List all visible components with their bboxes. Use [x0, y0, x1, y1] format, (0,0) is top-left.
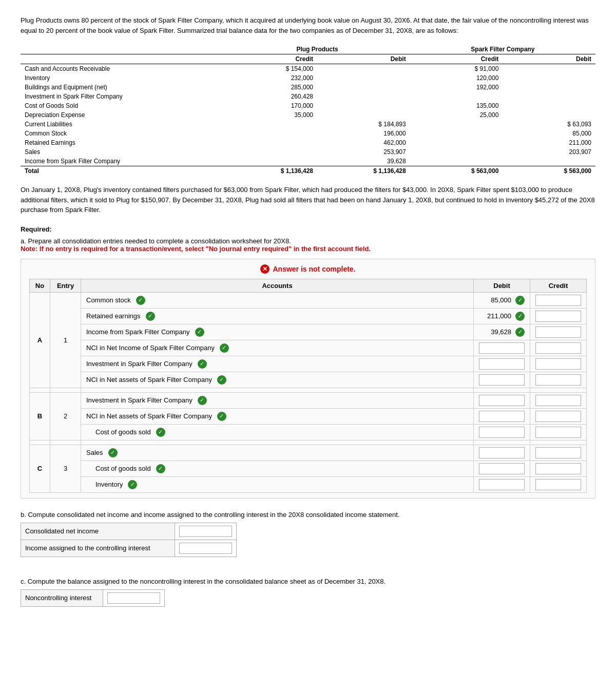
trial-row: Retained Earnings 462,000 211,000 — [21, 138, 595, 147]
accounts-cell: Inventory ✓ — [81, 476, 474, 492]
debit-cell[interactable]: 211,000 ✓ — [474, 308, 530, 324]
accounts-cell: NCI in Net Income of Spark Filter Compan… — [81, 340, 474, 356]
trial-row: Total $ 1,136,428 $ 1,136,428 $ 563,000 … — [21, 166, 595, 176]
part-b-input[interactable] — [179, 543, 232, 554]
credit-cell[interactable] — [530, 324, 587, 340]
credit-cell[interactable] — [530, 308, 587, 324]
credit-cell[interactable] — [530, 372, 587, 388]
trial-row: Sales 253,907 203,907 — [21, 147, 595, 157]
col-accounts: Accounts — [81, 279, 474, 292]
part-b-row: Consolidated net income — [21, 523, 237, 540]
check-icon: ✓ — [220, 343, 229, 353]
part-c-value[interactable] — [103, 589, 165, 606]
trial-row: Cost of Goods Sold 170,000 135,000 — [21, 101, 595, 110]
debit-cell[interactable] — [474, 445, 530, 460]
check-icon: ✓ — [195, 328, 204, 337]
debit-input[interactable] — [479, 463, 525, 474]
consol-row: Cost of goods sold ✓ — [30, 460, 587, 476]
credit-cell[interactable] — [530, 460, 587, 476]
consol-row: Income from Spark Filter Company ✓ 39,62… — [30, 324, 587, 340]
debit-cell[interactable] — [474, 408, 530, 424]
check-icon: ✓ — [136, 296, 145, 305]
credit-input[interactable] — [535, 374, 581, 386]
credit-input[interactable] — [535, 411, 581, 422]
credit-input[interactable] — [535, 311, 581, 322]
required-label: Required: — [21, 225, 595, 233]
trial-row: Buildings and Equipment (net) 285,000 19… — [21, 83, 595, 92]
debit-cell[interactable] — [474, 392, 530, 408]
credit-input[interactable] — [535, 327, 581, 338]
account-name: NCI in Net assets of Spark Filter Compan… — [86, 376, 212, 383]
debit-input[interactable] — [479, 342, 525, 354]
debit-input[interactable] — [479, 447, 525, 458]
consol-row: Cost of goods sold ✓ — [30, 424, 587, 440]
account-name: Income from Spark Filter Company — [86, 328, 190, 336]
trial-row: Depreciation Expense 35,000 25,000 — [21, 110, 595, 120]
debit-value: 211,000 ✓ — [479, 312, 525, 321]
credit-input[interactable] — [535, 479, 581, 490]
accounts-cell: Cost of goods sold ✓ — [81, 424, 474, 440]
debit-input[interactable] — [479, 358, 525, 370]
consolidation-table: No Entry Accounts Debit Credit A 1 Commo… — [29, 279, 587, 493]
credit-cell[interactable] — [530, 476, 587, 492]
part-b-input[interactable] — [179, 526, 232, 537]
debit-cell[interactable] — [474, 424, 530, 440]
debit-cell[interactable]: 39,628 ✓ — [474, 324, 530, 340]
debit-input[interactable] — [479, 427, 525, 438]
credit-cell[interactable] — [530, 424, 587, 440]
debit-cell[interactable] — [474, 356, 530, 372]
debit-input[interactable] — [479, 479, 525, 490]
debit-cell[interactable] — [474, 476, 530, 492]
consol-row: NCI in Net Income of Spark Filter Compan… — [30, 340, 587, 356]
col-entry: Entry — [50, 279, 81, 292]
debit-cell[interactable] — [474, 340, 530, 356]
trial-row: Current Liabilities $ 184,893 $ 63,093 — [21, 120, 595, 129]
trial-row: Common Stock 196,000 85,000 — [21, 129, 595, 138]
credit-cell[interactable] — [530, 445, 587, 460]
debit-input[interactable] — [479, 395, 525, 406]
check-icon: ✓ — [108, 448, 118, 457]
check-icon: ✓ — [146, 312, 155, 321]
debit-input[interactable] — [479, 411, 525, 422]
credit-input[interactable] — [535, 358, 581, 370]
consol-row: B 2 Investment in Spark Filter Company ✓ — [30, 392, 587, 408]
debit-cell[interactable] — [474, 372, 530, 388]
part-c-label: Noncontrolling interest — [21, 589, 103, 606]
debit-cell[interactable] — [474, 460, 530, 476]
entry-no: C — [30, 445, 50, 492]
account-name: Retained earnings — [86, 312, 141, 320]
credit-input[interactable] — [535, 295, 581, 306]
col-debit: Debit — [474, 279, 530, 292]
credit-cell[interactable] — [530, 408, 587, 424]
accounts-cell: NCI in Net assets of Spark Filter Compan… — [81, 408, 474, 424]
debit-value: 39,628 ✓ — [479, 328, 525, 337]
accounts-cell: Common stock ✓ — [81, 292, 474, 308]
part-b-value[interactable] — [175, 540, 237, 556]
entry-no: B — [30, 392, 50, 440]
credit-input[interactable] — [535, 447, 581, 458]
part-c-input[interactable] — [107, 592, 160, 604]
credit-cell[interactable] — [530, 392, 587, 408]
consol-row: Inventory ✓ — [30, 476, 587, 492]
accounts-cell: Investment in Spark Filter Company ✓ — [81, 356, 474, 372]
debit-cell[interactable]: 85,000 ✓ — [474, 292, 530, 308]
account-name: Cost of goods sold — [86, 428, 151, 436]
part-b-label: Income assigned to the controlling inter… — [21, 540, 175, 556]
check-icon: ✓ — [198, 396, 207, 405]
entry-num: 1 — [50, 292, 81, 388]
credit-cell[interactable] — [530, 356, 587, 372]
check-icon: ✓ — [156, 428, 165, 437]
credit-input[interactable] — [535, 427, 581, 438]
credit-cell[interactable] — [530, 340, 587, 356]
account-name: Investment in Spark Filter Company — [86, 396, 192, 404]
credit-input[interactable] — [535, 395, 581, 406]
credit-input[interactable] — [535, 342, 581, 354]
part-b-value[interactable] — [175, 523, 237, 540]
consol-row: NCI in Net assets of Spark Filter Compan… — [30, 408, 587, 424]
credit-cell[interactable] — [530, 292, 587, 308]
col-credit: Credit — [530, 279, 587, 292]
trial-row: Inventory 232,000 120,000 — [21, 73, 595, 83]
debit-input[interactable] — [479, 374, 525, 386]
x-icon: ✕ — [260, 264, 270, 274]
credit-input[interactable] — [535, 463, 581, 474]
